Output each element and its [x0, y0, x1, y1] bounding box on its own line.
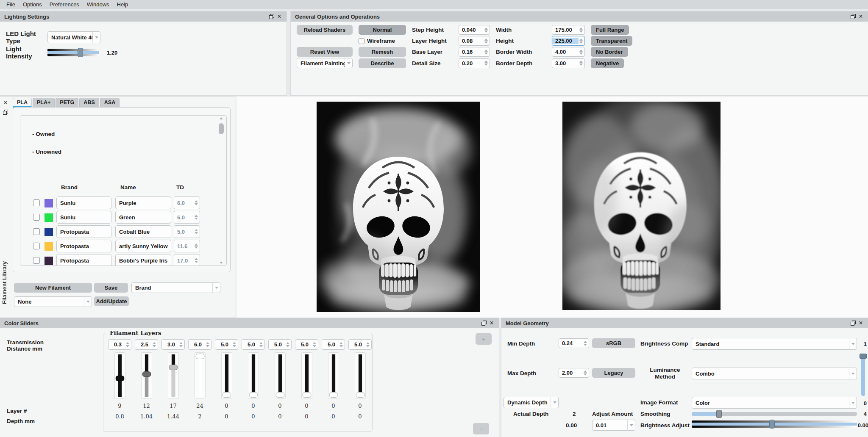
spin-arrows-icon[interactable] — [194, 200, 200, 205]
layer-height-spinbox[interactable]: 0.08 — [459, 36, 490, 46]
spin-arrows-icon[interactable] — [484, 39, 490, 44]
spin-arrows-icon[interactable] — [194, 243, 200, 249]
step-height-spinbox[interactable]: 0.040 — [459, 25, 490, 35]
filament-checkbox[interactable] — [33, 228, 40, 235]
spin-arrows-icon[interactable] — [583, 371, 589, 376]
scrollbar-thumb[interactable] — [219, 123, 224, 134]
layer-depth-spinbox[interactable]: 5.0 — [348, 339, 372, 350]
filter-select[interactable]: None — [14, 296, 92, 307]
filament-list-scrollbar[interactable] — [218, 117, 225, 264]
close-icon[interactable]: × — [857, 319, 865, 327]
reload-shaders-button[interactable]: Reload Shaders — [297, 25, 353, 35]
spin-arrows-icon[interactable] — [579, 39, 584, 44]
spin-arrows-icon[interactable] — [194, 258, 200, 263]
tab-pla-plus[interactable]: PLA+ — [33, 98, 55, 107]
layer-slider-handle[interactable] — [356, 392, 364, 398]
mode-select[interactable]: Filament Painting — [297, 58, 353, 68]
border-depth-spinbox[interactable]: 3.00 — [552, 58, 585, 68]
brand-input[interactable]: Protopasta — [56, 225, 111, 238]
brightness-comp-select[interactable]: Standard — [692, 338, 857, 350]
max-depth-spinbox[interactable]: 2.00 — [559, 368, 589, 378]
model-geometry-titlebar[interactable]: Model Geometry × — [501, 318, 868, 328]
close-icon[interactable]: × — [275, 13, 283, 20]
tree-owned[interactable]: - Owned — [32, 131, 55, 137]
filament-library-titlebar[interactable]: × Filament Library — [0, 97, 11, 317]
spin-arrows-icon[interactable] — [205, 342, 211, 347]
lighting-settings-titlebar[interactable]: Lighting Settings × — [0, 11, 287, 22]
td-spinbox[interactable]: 6.0 — [174, 211, 200, 224]
tree-unowned[interactable]: - Unowned — [32, 149, 61, 155]
filament-color-swatch[interactable] — [45, 213, 53, 222]
transparent-button[interactable]: Transparent — [591, 36, 632, 46]
layer-depth-spinbox[interactable]: 6.0 — [188, 339, 211, 350]
float-icon[interactable] — [2, 108, 9, 116]
filament-checkbox[interactable] — [33, 199, 40, 206]
spin-arrows-icon[interactable] — [579, 61, 584, 66]
dynamic-depth-select[interactable]: Dynamic Depth — [504, 397, 559, 408]
brightness-adjust-slider[interactable] — [692, 420, 857, 428]
layer-slider-handle[interactable] — [302, 392, 311, 398]
negative-button[interactable]: Negative — [591, 58, 624, 68]
spin-arrows-icon[interactable] — [152, 342, 158, 347]
layer-depth-spinbox[interactable]: 0.3 — [108, 339, 131, 350]
menu-preferences[interactable]: Preferences — [46, 0, 83, 8]
height-spinbox[interactable]: 225.00 — [552, 36, 585, 46]
tab-abs[interactable]: ABS — [79, 98, 99, 107]
filament-color-swatch[interactable] — [45, 257, 53, 265]
layer-slider[interactable] — [195, 352, 206, 399]
name-input[interactable]: Green — [115, 211, 171, 224]
scroll-down-icon[interactable] — [220, 262, 223, 264]
layer-depth-spinbox[interactable]: 5.0 — [242, 339, 265, 350]
float-icon[interactable] — [268, 13, 275, 20]
layer-slider-handle[interactable] — [115, 376, 124, 381]
right-vertical-slider[interactable] — [861, 354, 865, 396]
new-filament-button[interactable]: New Filament — [14, 283, 92, 293]
spin-arrows-icon[interactable] — [232, 342, 238, 347]
spin-arrows-icon[interactable] — [194, 229, 200, 234]
spin-arrows-icon[interactable] — [285, 342, 291, 347]
brand-input[interactable]: Protopasta — [56, 240, 111, 252]
tab-pla[interactable]: PLA — [13, 98, 32, 107]
image-format-select[interactable]: Color — [692, 397, 857, 409]
right-vertical-slider-handle[interactable] — [860, 354, 867, 359]
menu-windows[interactable]: Windows — [83, 0, 113, 8]
spin-arrows-icon[interactable] — [125, 342, 131, 347]
scroll-up-icon[interactable] — [220, 117, 223, 119]
filament-color-swatch[interactable] — [45, 228, 53, 236]
layer-slider[interactable] — [248, 352, 259, 399]
td-spinbox[interactable]: 17.0 — [174, 254, 200, 266]
spin-arrows-icon[interactable] — [259, 342, 264, 347]
td-spinbox[interactable]: 6.0 — [174, 196, 200, 209]
normal-button[interactable]: Normal — [359, 25, 406, 35]
add-update-button[interactable]: Add/Update — [94, 296, 129, 306]
layer-slider[interactable] — [301, 352, 312, 399]
layer-depth-spinbox[interactable]: 5.0 — [268, 339, 292, 350]
remesh-button[interactable]: Remesh — [359, 47, 406, 57]
spin-arrows-icon[interactable] — [579, 28, 584, 33]
render-viewport[interactable] — [236, 97, 868, 318]
brand-input[interactable]: Sunlu — [56, 211, 111, 224]
reset-view-button[interactable]: Reset View — [297, 47, 353, 57]
layer-slider[interactable] — [141, 352, 152, 399]
layer-slider-handle[interactable] — [195, 354, 204, 359]
brand-input[interactable]: Sunlu — [56, 196, 111, 209]
legacy-button[interactable]: Legacy — [592, 368, 635, 378]
layer-slider-handle[interactable] — [142, 371, 151, 377]
remove-layer-button[interactable]: − — [473, 423, 489, 434]
layer-depth-spinbox[interactable]: 5.0 — [215, 339, 238, 350]
smoothing-slider[interactable] — [692, 412, 857, 416]
spin-arrows-icon[interactable] — [583, 341, 589, 346]
filament-checkbox[interactable] — [33, 214, 40, 221]
spin-arrows-icon[interactable] — [194, 215, 200, 220]
spin-arrows-icon[interactable] — [484, 61, 490, 66]
spin-arrows-icon[interactable] — [178, 342, 184, 347]
brand-input[interactable]: Protopasta — [56, 254, 111, 266]
smoothing-slider-handle[interactable] — [716, 410, 722, 418]
close-icon[interactable]: × — [488, 319, 495, 327]
adjust-amount-select[interactable]: 0.01 — [592, 420, 635, 431]
add-layer-button[interactable]: + — [476, 333, 492, 345]
spin-arrows-icon[interactable] — [365, 342, 371, 347]
spin-arrows-icon[interactable] — [484, 50, 490, 55]
layer-slider-handle[interactable] — [222, 392, 231, 398]
name-input[interactable]: Cobalt Blue — [115, 225, 171, 238]
